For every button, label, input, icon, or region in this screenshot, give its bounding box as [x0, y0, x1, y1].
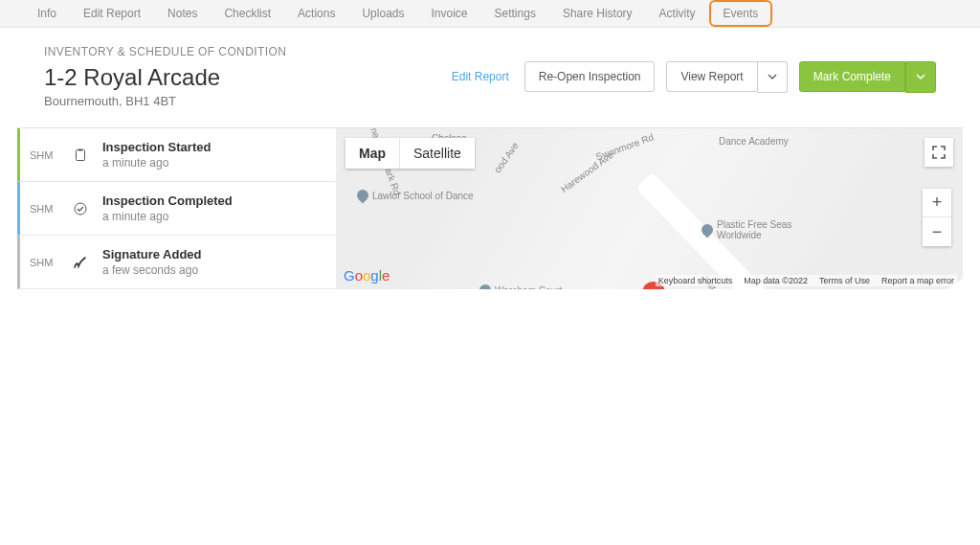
mark-complete-group: Mark Complete: [799, 61, 936, 93]
mark-complete-dropdown[interactable]: [905, 61, 936, 93]
tab-actions[interactable]: Actions: [284, 7, 348, 20]
zoom-controls: + −: [923, 189, 951, 246]
google-logo: Google: [344, 267, 390, 284]
event-title: Inspection Completed: [102, 193, 233, 208]
map[interactable]: Harewood Ave Harewood Ave Harewood Ave S…: [336, 128, 963, 289]
edit-report-link[interactable]: Edit Report: [452, 70, 509, 83]
event-time: a few seconds ago: [102, 263, 202, 277]
tab-info[interactable]: Info: [24, 7, 70, 20]
schedule-label: INVENTORY & SCHEDULE OF CONDITION: [44, 45, 286, 58]
property-title: 1-2 Royal Arcade: [44, 64, 286, 91]
event-row[interactable]: SHM Inspection Started a minute ago: [17, 128, 336, 182]
event-row[interactable]: SHM Inspection Completed a minute ago: [17, 182, 336, 236]
map-type-satellite-button[interactable]: Satellite: [400, 138, 475, 169]
zoom-in-button[interactable]: +: [923, 189, 951, 217]
tab-settings[interactable]: Settings: [481, 7, 549, 20]
tab-uploads[interactable]: Uploads: [348, 7, 417, 20]
fullscreen-icon: [932, 146, 946, 159]
event-time: a minute ago: [102, 156, 211, 170]
tab-events[interactable]: Events: [709, 0, 773, 27]
view-report-group: View Report: [666, 61, 787, 93]
tab-activity[interactable]: Activity: [646, 7, 709, 20]
tab-checklist[interactable]: Checklist: [211, 7, 284, 20]
chevron-down-icon: [916, 72, 925, 81]
map-footer: Keyboard shortcuts Map data ©2022 Terms …: [656, 275, 957, 286]
zoom-out-button[interactable]: −: [923, 217, 951, 246]
map-data-label: Map data ©2022: [744, 276, 808, 285]
svg-rect-1: [78, 148, 82, 150]
reopen-inspection-button[interactable]: Re-Open Inspection: [524, 61, 656, 92]
tab-invoice[interactable]: Invoice: [417, 7, 480, 20]
svg-rect-0: [77, 149, 85, 160]
event-text: Signature Added a few seconds ago: [102, 247, 202, 277]
tab-share-history[interactable]: Share History: [549, 7, 646, 20]
clipboard-icon: [72, 147, 89, 164]
svg-point-2: [75, 203, 86, 215]
check-circle-icon: [72, 200, 89, 217]
minus-icon: −: [932, 222, 943, 242]
event-title: Signature Added: [102, 247, 202, 261]
event-title: Inspection Started: [102, 140, 211, 154]
view-report-dropdown[interactable]: [758, 61, 788, 93]
map-type-map-button[interactable]: Map: [345, 138, 400, 169]
fullscreen-button[interactable]: [924, 138, 953, 167]
event-user: SHM: [30, 203, 58, 215]
header-info: INVENTORY & SCHEDULE OF CONDITION 1-2 Ro…: [44, 45, 286, 108]
header-actions: Edit Report Re-Open Inspection View Repo…: [452, 61, 936, 93]
plus-icon: +: [932, 193, 943, 213]
tab-edit-report[interactable]: Edit Report: [70, 7, 154, 20]
signature-icon: [72, 254, 89, 271]
event-time: a minute ago: [102, 210, 233, 223]
poi-wareham: Wareham Court: [479, 284, 562, 289]
keyboard-shortcuts-link[interactable]: Keyboard shortcuts: [658, 276, 733, 285]
map-type-switch: Map Satellite: [345, 138, 475, 169]
property-location: Bournemouth, BH1 4BT: [44, 94, 286, 108]
event-text: Inspection Started a minute ago: [102, 140, 211, 170]
event-row[interactable]: SHM Signature Added a few seconds ago: [17, 236, 336, 289]
poi-lawlor: Lawlor School of Dance: [357, 190, 474, 201]
view-report-button[interactable]: View Report: [666, 61, 757, 92]
poi-plastic-free: Plastic Free Seas Worldwide: [702, 219, 803, 240]
event-user: SHM: [30, 149, 58, 161]
events-list: SHM Inspection Started a minute ago SHM …: [17, 128, 336, 289]
event-text: Inspection Completed a minute ago: [102, 193, 233, 223]
page-header: INVENTORY & SCHEDULE OF CONDITION 1-2 Ro…: [17, 28, 963, 128]
chevron-down-icon: [768, 72, 777, 81]
mark-complete-button[interactable]: Mark Complete: [799, 61, 905, 92]
terms-link[interactable]: Terms of Use: [819, 276, 870, 285]
report-error-link[interactable]: Report a map error: [881, 276, 954, 285]
content-area: SHM Inspection Started a minute ago SHM …: [17, 128, 963, 289]
tab-notes[interactable]: Notes: [154, 7, 211, 20]
top-nav: Info Edit Report Notes Checklist Actions…: [0, 0, 980, 28]
poi-dance-academy: Dance Academy: [719, 136, 789, 147]
event-user: SHM: [30, 257, 58, 268]
